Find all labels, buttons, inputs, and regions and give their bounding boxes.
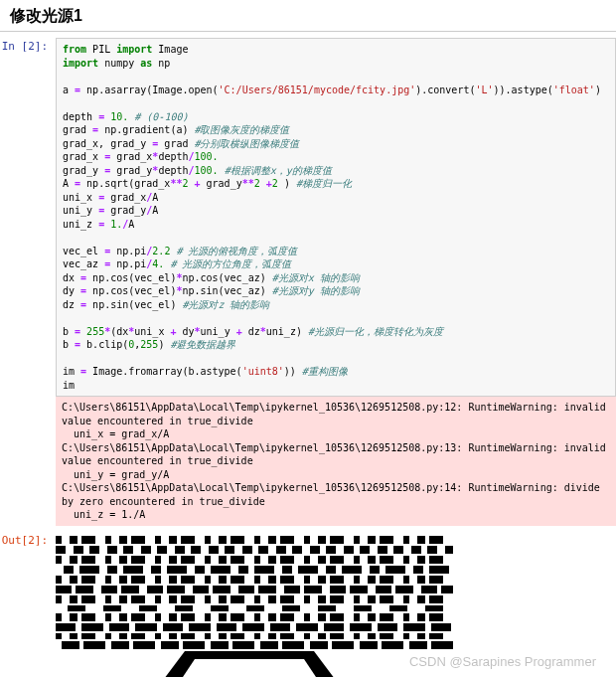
section-title: 修改光源1 [10, 6, 614, 27]
output-image [56, 532, 453, 678]
input-prompt: In [2]: [0, 38, 56, 526]
code-editor[interactable]: from PIL import Image import numpy as np… [56, 38, 616, 397]
output-prompt: Out[2]: [0, 532, 56, 678]
notebook-header: 修改光源1 [0, 0, 616, 32]
input-cell: In [2]: from PIL import Image import num… [0, 32, 616, 526]
watermark: CSDN @Sarapines Programmer [409, 654, 596, 669]
stderr-output: C:\Users\86151\AppData\Local\Temp\ipyker… [56, 397, 616, 526]
